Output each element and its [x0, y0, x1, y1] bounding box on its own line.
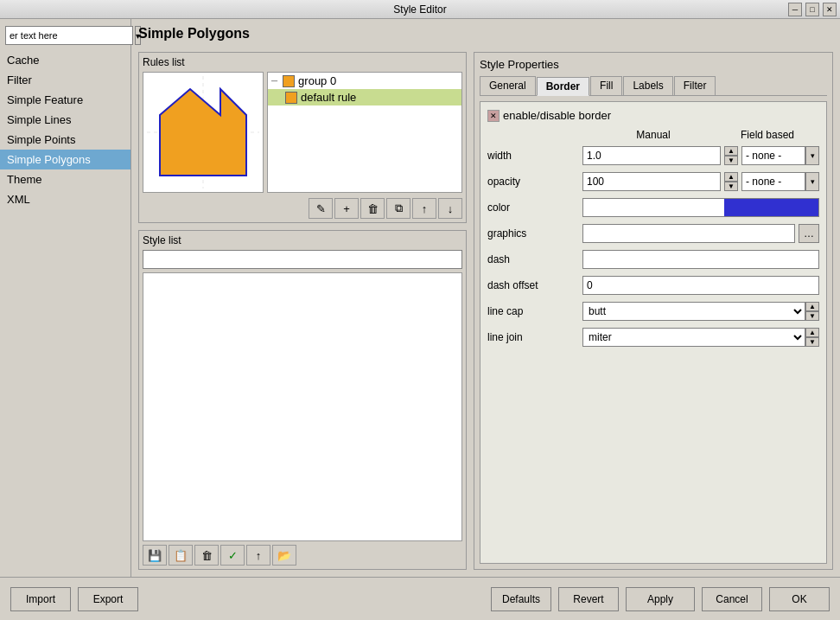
polygon-preview [147, 76, 259, 189]
sidebar-item-cache[interactable]: Cache [0, 50, 130, 70]
sidebar-item-simple-lines[interactable]: Simple Lines [0, 110, 130, 130]
defaults-button[interactable]: Defaults [491, 587, 551, 611]
import-button[interactable]: Import [10, 587, 71, 611]
style-search [143, 250, 462, 269]
line-cap-select[interactable]: butt round square [582, 302, 805, 321]
width-spin-up[interactable]: ▲ [724, 146, 738, 156]
bottom-left-buttons: Import Export [10, 587, 138, 611]
page-title: Simple Polygons [138, 26, 833, 42]
default-rule-label: default rule [301, 91, 356, 104]
delete-style-button[interactable]: 🗑 [194, 545, 219, 566]
dash-row: dash [487, 248, 819, 271]
move-down-rule-button[interactable]: ↓ [438, 198, 462, 219]
move-up-rule-button[interactable]: ↑ [412, 198, 436, 219]
width-value: ▲ ▼ - none - ▾ [582, 146, 819, 165]
tab-labels[interactable]: Labels [623, 76, 672, 95]
line-join-label: line join [487, 331, 582, 343]
apply-style-button[interactable]: ✓ [220, 545, 245, 566]
cancel-button[interactable]: Cancel [702, 587, 762, 611]
ok-button[interactable]: OK [769, 587, 830, 611]
search-input[interactable] [5, 26, 133, 45]
opacity-field-container: - none - ▾ [741, 172, 819, 191]
line-join-down[interactable]: ▼ [805, 337, 819, 347]
rule-icon [285, 92, 297, 104]
width-field-select[interactable]: - none - [741, 146, 805, 165]
line-join-value: miter round bevel ▲ ▼ [582, 328, 819, 347]
rules-content: ─ group 0 default rule ✎ [143, 72, 462, 219]
line-cap-label: line cap [487, 305, 582, 317]
sidebar-search-container: ▾ [5, 26, 125, 45]
color-row: color [487, 196, 819, 219]
opacity-spin-up[interactable]: ▲ [724, 172, 738, 182]
props-header-row: Manual Field based [487, 129, 819, 141]
dash-offset-input[interactable] [582, 276, 819, 295]
graphics-input[interactable] [582, 224, 795, 243]
dash-offset-label: dash offset [487, 279, 582, 291]
color-picker[interactable] [582, 198, 819, 217]
line-join-up[interactable]: ▲ [805, 328, 819, 337]
save-style-button[interactable]: 💾 [143, 545, 167, 566]
sidebar-item-simple-polygons[interactable]: Simple Polygons [0, 150, 130, 169]
rules-tree: ─ group 0 default rule [267, 72, 462, 193]
maximize-button[interactable]: □ [805, 3, 819, 16]
export-style-button[interactable]: ↑ [246, 545, 270, 566]
graphics-browse-button[interactable]: … [799, 224, 819, 243]
color-label: color [487, 201, 582, 214]
opacity-value: ▲ ▼ - none - ▾ [582, 172, 819, 191]
delete-rule-button[interactable]: 🗑 [360, 198, 385, 219]
width-spinner: ▲ ▼ [724, 146, 738, 165]
copy-style-button[interactable]: 📋 [169, 545, 193, 566]
rule-group-item[interactable]: ─ group 0 [268, 73, 461, 89]
dash-offset-row: dash offset [487, 274, 819, 297]
width-spin-down[interactable]: ▼ [724, 156, 738, 165]
line-cap-down[interactable]: ▼ [805, 311, 819, 321]
default-rule-item[interactable]: default rule [268, 89, 461, 105]
revert-button[interactable]: Revert [558, 587, 619, 611]
opacity-spin-down[interactable]: ▼ [724, 182, 738, 191]
tab-fill[interactable]: Fill [590, 76, 622, 95]
close-button[interactable]: ✕ [823, 3, 837, 16]
line-cap-up[interactable]: ▲ [805, 302, 819, 311]
line-cap-value: butt round square ▲ ▼ [582, 302, 819, 321]
opacity-spinner: ▲ ▼ [724, 172, 738, 191]
tab-general[interactable]: General [480, 76, 536, 95]
props-content: ✕ enable/disable border Manual Field bas… [480, 101, 827, 564]
dash-label: dash [487, 253, 582, 265]
tab-border[interactable]: Border [537, 77, 589, 96]
apply-button[interactable]: Apply [626, 587, 695, 611]
import-style-button[interactable]: 📂 [272, 545, 296, 566]
opacity-field-arrow[interactable]: ▾ [805, 172, 819, 191]
color-value [582, 198, 819, 217]
sidebar-item-simple-feature[interactable]: Simple Feature [0, 90, 130, 110]
style-search-input[interactable] [143, 250, 462, 269]
line-join-row: line join miter round bevel ▲ ▼ [487, 326, 819, 348]
rules-list-panel: Rules list [138, 52, 467, 223]
main-container: ▾ Cache Filter Simple Feature Simple Lin… [0, 19, 840, 577]
export-button[interactable]: Export [78, 587, 138, 611]
sidebar-item-simple-points[interactable]: Simple Points [0, 130, 130, 150]
minimize-button[interactable]: ─ [788, 3, 802, 16]
opacity-input[interactable] [582, 172, 721, 191]
add-rule-button[interactable]: + [334, 198, 359, 219]
width-field-arrow[interactable]: ▾ [805, 146, 819, 165]
edit-rule-button[interactable]: ✎ [309, 198, 333, 219]
width-row: width ▲ ▼ - none - ▾ [487, 144, 819, 167]
collapse-icon[interactable]: ─ [271, 76, 277, 86]
duplicate-rule-button[interactable]: ⧉ [386, 198, 410, 219]
manual-header: Manual [591, 129, 716, 141]
width-input[interactable] [582, 146, 721, 165]
dash-input[interactable] [582, 250, 819, 269]
middle-row: Rules list [138, 52, 833, 570]
group-label: group 0 [298, 74, 336, 87]
opacity-field-select[interactable]: - none - [741, 172, 805, 191]
tab-filter[interactable]: Filter [674, 76, 716, 95]
group-icon [283, 75, 295, 87]
line-join-select[interactable]: miter round bevel [582, 328, 805, 347]
sidebar-item-theme[interactable]: Theme [0, 169, 130, 189]
line-cap-row: line cap butt round square ▲ ▼ [487, 300, 819, 323]
dash-value [582, 250, 819, 269]
sidebar-item-xml[interactable]: XML [0, 189, 130, 209]
enable-border-icon[interactable]: ✕ [487, 110, 500, 122]
graphics-value: … [582, 224, 819, 243]
sidebar-item-filter[interactable]: Filter [0, 70, 130, 90]
